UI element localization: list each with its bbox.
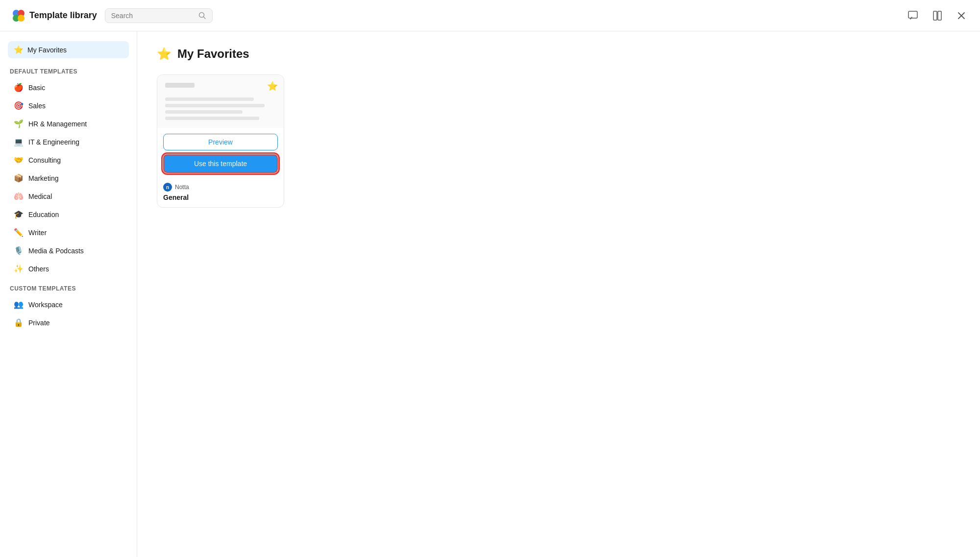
close-icon — [956, 11, 966, 21]
consulting-icon: 🤝 — [14, 155, 24, 165]
sidebar-item-my-favorites[interactable]: ⭐ My Favorites — [8, 41, 129, 58]
logo-text: Template library — [29, 10, 97, 21]
preview-line-2 — [165, 104, 265, 107]
svg-point-3 — [18, 15, 24, 22]
it-engineering-icon: 💻 — [14, 137, 24, 146]
close-button[interactable] — [955, 9, 968, 23]
svg-rect-8 — [938, 11, 941, 20]
card-preview-area: ⭐ — [157, 75, 284, 128]
provider-name: Notta — [175, 184, 189, 191]
education-icon: 🎓 — [14, 210, 24, 219]
workspace-icon: 👥 — [14, 300, 24, 309]
consulting-label: Consulting — [28, 156, 61, 164]
book-button[interactable] — [930, 8, 945, 23]
svg-rect-6 — [908, 11, 917, 18]
header: Template library — [0, 0, 980, 31]
card-provider: n Notta — [163, 183, 278, 192]
preview-button[interactable]: Preview — [163, 134, 278, 150]
favorites-icon: ⭐ — [14, 45, 24, 54]
body: ⭐ My Favorites DEFAULT TEMPLATES 🍎 Basic… — [0, 31, 980, 557]
search-icon — [198, 12, 206, 20]
sales-label: Sales — [28, 102, 46, 110]
sidebar-item-private[interactable]: 🔒 Private — [8, 314, 129, 331]
template-name: General — [163, 194, 278, 201]
header-right — [906, 8, 968, 23]
writer-icon: ✏️ — [14, 228, 24, 237]
template-card: ⭐ Preview Use this template — [157, 74, 284, 208]
it-engineering-label: IT & Engineering — [28, 138, 79, 146]
svg-line-5 — [203, 17, 205, 19]
default-templates-section-header: DEFAULT TEMPLATES — [8, 68, 129, 75]
search-input[interactable] — [111, 12, 195, 20]
sidebar-item-workspace[interactable]: 👥 Workspace — [8, 296, 129, 313]
sidebar-default-items: 🍎 Basic 🎯 Sales 🌱 HR & Management 💻 IT &… — [8, 79, 129, 277]
templates-grid: ⭐ Preview Use this template — [157, 74, 960, 208]
sidebar-item-hr-management[interactable]: 🌱 HR & Management — [8, 115, 129, 132]
sidebar: ⭐ My Favorites DEFAULT TEMPLATES 🍎 Basic… — [0, 31, 137, 557]
sidebar-item-media-podcasts[interactable]: 🎙️ Media & Podcasts — [8, 242, 129, 259]
others-icon: ✨ — [14, 264, 24, 273]
sidebar-item-consulting[interactable]: 🤝 Consulting — [8, 151, 129, 169]
favorites-label: My Favorites — [27, 46, 67, 54]
card-preview-lines — [165, 83, 276, 120]
logo-icon — [12, 9, 25, 23]
sidebar-item-sales[interactable]: 🎯 Sales — [8, 97, 129, 114]
hr-management-icon: 🌱 — [14, 119, 24, 128]
media-podcasts-label: Media & Podcasts — [28, 247, 84, 255]
sidebar-custom-items: 👥 Workspace 🔒 Private — [8, 296, 129, 331]
sidebar-item-education[interactable]: 🎓 Education — [8, 206, 129, 223]
use-template-button[interactable]: Use this template — [163, 154, 278, 173]
hr-management-label: HR & Management — [28, 120, 87, 128]
basic-icon: 🍎 — [14, 83, 24, 92]
header-left: Template library — [12, 8, 213, 23]
sales-icon: 🎯 — [14, 101, 24, 110]
sidebar-item-it-engineering[interactable]: 💻 IT & Engineering — [8, 133, 129, 150]
card-star-icon: ⭐ — [267, 81, 278, 92]
main-content: ⭐ My Favorites ⭐ — [137, 31, 980, 557]
writer-label: Writer — [28, 229, 47, 237]
custom-templates-section-header: CUSTOM TEMPLATES — [8, 285, 129, 292]
provider-avatar: n — [163, 183, 172, 192]
comment-button[interactable] — [906, 8, 920, 23]
sidebar-item-others[interactable]: ✨ Others — [8, 260, 129, 277]
book-icon — [932, 10, 943, 21]
comment-icon — [907, 10, 918, 21]
sidebar-item-medical[interactable]: 🫁 Medical — [8, 188, 129, 205]
svg-rect-7 — [933, 11, 937, 20]
sidebar-item-marketing[interactable]: 📦 Marketing — [8, 170, 129, 187]
private-label: Private — [28, 319, 50, 327]
private-icon: 🔒 — [14, 318, 24, 327]
preview-line-3 — [165, 110, 243, 114]
page-title: My Favorites — [177, 47, 249, 61]
page-title-icon: ⭐ — [157, 47, 172, 61]
medical-label: Medical — [28, 193, 52, 200]
marketing-label: Marketing — [28, 174, 58, 182]
card-actions: Preview Use this template — [157, 128, 284, 179]
sidebar-item-basic[interactable]: 🍎 Basic — [8, 79, 129, 96]
preview-line-title — [165, 83, 195, 88]
logo: Template library — [12, 9, 97, 23]
sidebar-item-writer[interactable]: ✏️ Writer — [8, 224, 129, 241]
medical-icon: 🫁 — [14, 192, 24, 201]
page-title-container: ⭐ My Favorites — [157, 47, 960, 61]
preview-line-4 — [165, 117, 259, 120]
marketing-icon: 📦 — [14, 173, 24, 183]
education-label: Education — [28, 211, 59, 218]
others-label: Others — [28, 265, 49, 273]
media-podcasts-icon: 🎙️ — [14, 246, 24, 255]
preview-line-1 — [165, 97, 254, 101]
search-box[interactable] — [105, 8, 213, 23]
card-meta: n Notta General — [157, 179, 284, 207]
basic-label: Basic — [28, 84, 45, 92]
workspace-label: Workspace — [28, 301, 63, 309]
